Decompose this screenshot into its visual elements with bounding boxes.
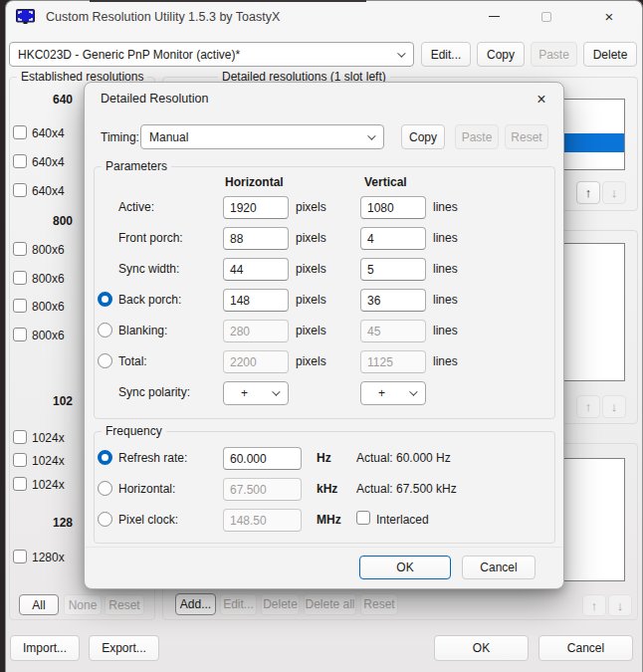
chevron-down-icon — [272, 387, 280, 395]
sync-width-vertical-input[interactable] — [360, 258, 426, 281]
close-icon: × — [605, 9, 614, 24]
reset-button: Reset — [360, 593, 398, 615]
horizontal-freq-input — [223, 478, 302, 501]
chevron-down-icon — [409, 387, 417, 395]
established-all-button[interactable]: All — [19, 594, 59, 615]
dialog-ok-button[interactable]: OK — [359, 556, 451, 579]
copy-monitor-button[interactable]: Copy — [477, 42, 525, 67]
param-label-back-porch: Back porch: — [118, 293, 181, 307]
freq-label-pixel-clock: Pixel clock: — [118, 513, 178, 527]
param-label-front-porch: Front porch: — [118, 231, 183, 245]
move-up-button[interactable]: ↑ — [576, 181, 600, 204]
minimize-icon — [489, 16, 500, 17]
pixel-clock-input — [223, 509, 302, 532]
timing-select[interactable]: Manual — [140, 124, 384, 149]
edit-monitor-button[interactable]: Edit... — [421, 42, 471, 67]
back-porch-radio[interactable] — [98, 292, 112, 307]
add-button[interactable]: Add... — [175, 593, 216, 615]
resolution-checkbox[interactable] — [13, 430, 27, 444]
resolution-checkbox[interactable] — [13, 183, 27, 197]
title-bar[interactable]: Custom Resolution Utility 1.5.3 by Toast… — [6, 1, 642, 33]
actual-refresh-rate: Actual: 60.000 Hz — [356, 451, 451, 465]
hz-unit: Hz — [317, 451, 331, 465]
detailed-resolution-dialog: Detailed Resolution × Timing: Manual Cop… — [84, 82, 564, 589]
resolution-label: 1024x — [32, 478, 65, 492]
sync-width-horizontal-input[interactable] — [223, 258, 289, 281]
lines-unit: lines — [433, 324, 458, 337]
ok-button[interactable]: OK — [434, 635, 529, 661]
param-label-blanking: Blanking: — [118, 324, 167, 337]
sync-polarity-vertical-select[interactable]: + — [360, 381, 426, 405]
param-label-sync-width: Sync width: — [118, 262, 179, 276]
mhz-unit: MHz — [317, 513, 341, 527]
established-header-1280: 128 — [53, 516, 73, 530]
pixels-unit: pixels — [296, 324, 326, 337]
sync-polarity-horizontal-select[interactable]: + — [223, 381, 289, 405]
window-title: Custom Resolution Utility 1.5.3 by Toast… — [46, 10, 280, 24]
resolution-label: 640x4 — [32, 184, 65, 198]
resolution-checkbox[interactable] — [13, 550, 27, 563]
timing-paste-button: Paste — [455, 124, 499, 149]
cancel-button[interactable]: Cancel — [538, 635, 633, 661]
horizontal-column-header: Horizontal — [225, 175, 284, 189]
pixels-unit: pixels — [296, 231, 326, 245]
lines-unit: lines — [433, 231, 458, 245]
freq-label-refresh-rate: Refresh rate: — [118, 451, 187, 465]
resolution-checkbox[interactable] — [13, 328, 27, 341]
import-button[interactable]: Import... — [10, 635, 80, 661]
resolution-checkbox[interactable] — [13, 271, 27, 285]
resolution-label: 1280x — [32, 551, 65, 564]
delete-all-button: Delete all — [304, 593, 356, 615]
dialog-cancel-button[interactable]: Cancel — [462, 556, 536, 579]
active-horizontal-input[interactable] — [223, 196, 289, 219]
established-header-640: 640 — [53, 93, 73, 107]
maximize-button — [524, 1, 569, 32]
resolution-label: 800x6 — [32, 243, 65, 257]
chevron-down-icon — [397, 49, 405, 57]
horizontal-freq-radio[interactable] — [98, 481, 112, 496]
resolution-checkbox[interactable] — [13, 154, 27, 168]
total-vertical-input — [360, 350, 426, 373]
pixels-unit: pixels — [296, 200, 326, 214]
front-porch-vertical-input[interactable] — [360, 227, 426, 250]
minimize-button[interactable] — [471, 1, 517, 32]
refresh-rate-radio[interactable] — [98, 450, 112, 465]
timing-copy-button[interactable]: Copy — [401, 124, 445, 149]
refresh-rate-input[interactable] — [223, 447, 302, 470]
back-porch-vertical-input[interactable] — [360, 289, 426, 312]
resolution-label: 1024x — [32, 454, 65, 468]
back-porch-horizontal-input[interactable] — [223, 289, 289, 312]
established-header-1024: 102 — [53, 394, 73, 408]
chevron-down-icon — [367, 131, 375, 139]
resolution-checkbox[interactable] — [13, 477, 27, 491]
sync-polarity-horizontal-value: + — [241, 386, 248, 400]
timing-select-value: Manual — [149, 130, 188, 144]
dialog-title: Detailed Resolution — [101, 92, 208, 106]
close-button[interactable]: × — [586, 1, 632, 32]
total-radio[interactable] — [98, 353, 112, 368]
lines-unit: lines — [433, 354, 458, 368]
app-icon — [16, 9, 35, 25]
resolution-checkbox[interactable] — [13, 125, 27, 139]
dialog-close-button[interactable]: × — [529, 89, 554, 111]
resolution-checkbox[interactable] — [13, 242, 27, 256]
delete-monitor-button[interactable]: Delete — [583, 42, 637, 67]
freq-label-horizontal: Horizontal: — [118, 482, 175, 496]
active-vertical-input[interactable] — [360, 196, 426, 219]
param-label-active: Active: — [118, 200, 154, 214]
monitor-select[interactable]: HKC023D - Generic PnP Monitor (active)* — [9, 42, 414, 67]
blanking-vertical-input — [360, 320, 426, 342]
resolution-label: 640x4 — [32, 155, 65, 169]
resolution-checkbox[interactable] — [13, 453, 27, 467]
move-up-button: ↑ — [582, 594, 606, 616]
export-button[interactable]: Export... — [89, 635, 159, 661]
front-porch-horizontal-input[interactable] — [223, 227, 289, 250]
resolution-label: 640x4 — [32, 126, 65, 140]
resolution-checkbox[interactable] — [13, 299, 27, 313]
interlaced-checkbox[interactable] — [356, 511, 370, 525]
move-up-button: ↑ — [576, 395, 600, 418]
blanking-radio[interactable] — [98, 323, 112, 337]
established-none-button: None — [64, 594, 102, 615]
pixel-clock-radio[interactable] — [98, 512, 112, 527]
timing-label: Timing: — [101, 130, 139, 144]
